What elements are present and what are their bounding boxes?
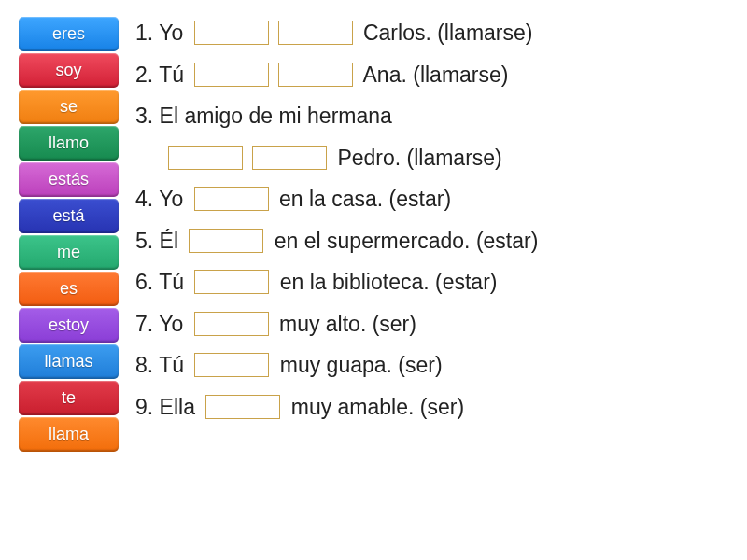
sentence-text: 3. El amigo de mi hermana [135,100,392,133]
sentence-6: 6. Tú en la biblioteca. (estar) [135,266,538,299]
sentence-9: 9. Ella muy amable. (ser) [135,391,538,424]
word-tile-llamas[interactable]: llamas [19,344,119,379]
sentence-text: 5. Él [135,225,184,258]
sentence-2: 2. Tú Ana. (llamarse) [135,59,538,91]
sentence-text: 1. Yo [135,17,190,49]
word-tile-es[interactable]: es [19,272,119,306]
blank-drop[interactable] [189,229,263,253]
sentence-text: en la casa. (estar) [274,183,451,216]
sentence-text: muy guapa. (ser) [274,349,442,382]
blank-drop[interactable] [205,395,280,419]
word-tile-llama[interactable]: llama [19,417,119,452]
sentence-text: Carlos. (llamarse) [358,17,533,49]
sentence-text: 8. Tú [135,349,190,382]
blank-drop[interactable] [194,353,269,377]
sentence-3-cont: Pedro. (llamarse) [163,142,538,175]
word-tile-te[interactable]: te [19,381,119,415]
sentence-text: en la biblioteca. (estar) [274,266,497,299]
sentence-text: Pedro. (llamarse) [331,142,502,175]
blank-drop[interactable] [194,187,269,211]
sentence-text: muy amable. (ser) [285,391,464,424]
sentence-5: 5. Él en el supermercado. (estar) [135,225,538,258]
blank-drop[interactable] [278,63,353,87]
sentence-text: 9. Ella [135,391,201,424]
sentence-3: 3. El amigo de mi hermana [135,100,538,133]
word-tile-soy[interactable]: soy [19,53,119,88]
blank-drop[interactable] [194,312,269,336]
sentence-text: en el supermercado. (estar) [268,225,538,258]
word-tile-me[interactable]: me [19,235,119,270]
sentence-text: 4. Yo [135,183,190,216]
sentence-text: 7. Yo [135,308,190,341]
exercise-content: 1. Yo Carlos. (llamarse) 2. Tú Ana. (lla… [135,17,538,543]
sentence-text: 2. Tú [135,59,190,91]
blank-drop[interactable] [194,21,269,45]
word-bank: eressoysellamoestásestámeesestoyllamaste… [19,17,119,543]
sentence-4: 4. Yo en la casa. (estar) [135,183,538,216]
sentence-8: 8. Tú muy guapa. (ser) [135,349,538,382]
word-tile-estoy[interactable]: estoy [19,308,119,343]
sentence-text: Ana. (llamarse) [358,59,508,91]
word-tile-llamo[interactable]: llamo [19,126,119,161]
sentence-7: 7. Yo muy alto. (ser) [135,308,538,341]
sentence-text: muy alto. (ser) [274,308,416,341]
word-tile-se[interactable]: se [19,90,119,124]
blank-drop[interactable] [194,63,269,87]
blank-drop[interactable] [168,146,243,170]
word-tile-estás[interactable]: estás [19,162,119,197]
blank-drop[interactable] [252,146,327,170]
word-tile-eres[interactable]: eres [19,17,119,51]
word-tile-está[interactable]: está [19,199,119,233]
sentence-text: 6. Tú [135,266,190,299]
blank-drop[interactable] [278,21,353,45]
sentence-1: 1. Yo Carlos. (llamarse) [135,17,538,49]
blank-drop[interactable] [194,270,269,294]
